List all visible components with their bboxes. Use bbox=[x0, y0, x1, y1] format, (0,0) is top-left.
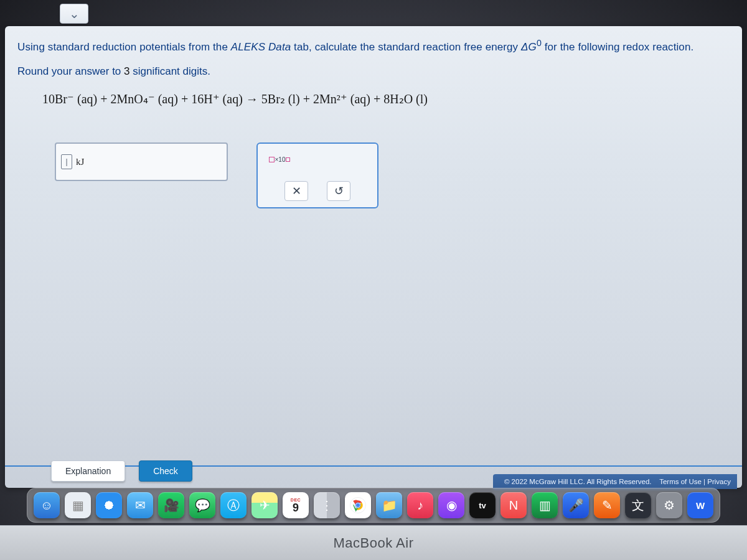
chevron-down-icon: ⌄ bbox=[69, 6, 80, 21]
chrome-icon[interactable] bbox=[345, 492, 371, 518]
sigfig-instruction: Round your answer to 3 significant digit… bbox=[17, 65, 730, 78]
tv-label: tv bbox=[479, 501, 486, 510]
question-card: Using standard reduction potentials from… bbox=[5, 26, 742, 488]
maps-icon[interactable]: ✈ bbox=[251, 492, 278, 518]
explanation-label: Explanation bbox=[65, 466, 111, 476]
prompt-part: Using standard reduction potentials from… bbox=[17, 41, 231, 53]
safari-icon[interactable]: ✦ bbox=[96, 492, 122, 518]
undo-icon: ↺ bbox=[334, 184, 344, 198]
question-nav-dropdown[interactable]: ⌄ bbox=[60, 4, 88, 24]
mail-icon[interactable]: ✉ bbox=[127, 492, 153, 518]
delta-g-superscript: 0 bbox=[537, 38, 542, 48]
equation-text: 10Br⁻ (aq) + 2MnO₄⁻ (aq) + 16H⁺ (aq) → 5… bbox=[42, 92, 428, 106]
finder-icon[interactable]: ☺ bbox=[34, 492, 60, 518]
footer-legal: © 2022 McGraw Hill LLC. All Rights Reser… bbox=[493, 474, 737, 489]
check-button[interactable]: Check bbox=[139, 460, 192, 482]
reset-button[interactable]: ↺ bbox=[327, 181, 350, 201]
unit-label: kJ bbox=[76, 157, 84, 167]
delta-g-symbol: ΔG bbox=[521, 41, 537, 53]
sci-notation-button[interactable]: ×10 bbox=[265, 150, 294, 169]
control-center-icon[interactable]: ⋮ bbox=[314, 492, 340, 518]
privacy-link[interactable]: Privacy bbox=[707, 478, 731, 485]
prompt-part: tab, calculate the standard reaction fre… bbox=[294, 41, 521, 53]
app-store-icon[interactable]: Ⓐ bbox=[220, 492, 247, 518]
calendar-day: 9 bbox=[293, 502, 299, 513]
numbers-icon[interactable]: ▥ bbox=[532, 492, 558, 518]
laptop-bezel: MacBook Air bbox=[0, 525, 747, 560]
check-label: Check bbox=[153, 466, 178, 476]
prompt-emph: ALEKS Data bbox=[231, 41, 291, 53]
reaction-equation: 10Br⁻ (aq) + 2MnO₄⁻ (aq) + 16H⁺ (aq) → 5… bbox=[42, 91, 730, 106]
clear-button[interactable]: ✕ bbox=[284, 181, 308, 201]
translate-icon[interactable]: 文 bbox=[625, 492, 651, 518]
word-icon[interactable]: W bbox=[687, 492, 713, 518]
news-icon[interactable]: N bbox=[500, 492, 527, 518]
close-icon: ✕ bbox=[292, 184, 301, 198]
x10-label: ×10 bbox=[275, 156, 286, 163]
exponent-box-icon bbox=[286, 157, 290, 162]
podcasts-icon[interactable]: ◉ bbox=[438, 492, 464, 518]
downloads-folder-icon[interactable]: 📁 bbox=[376, 492, 402, 518]
music-icon[interactable]: ♪ bbox=[407, 492, 433, 518]
system-prefs-icon[interactable]: ⚙ bbox=[656, 492, 682, 518]
sigfig-part: significant digits. bbox=[133, 65, 210, 77]
terms-link[interactable]: Terms of Use bbox=[659, 478, 702, 485]
mantissa-box-icon bbox=[269, 157, 275, 162]
launchpad-icon[interactable]: ▦ bbox=[65, 492, 91, 518]
apple-tv-icon[interactable]: tv bbox=[469, 492, 496, 518]
chrome-svg-icon bbox=[349, 497, 367, 514]
dock-tray: ☺ ▦ ✦ ✉ 🎥 💬 Ⓐ ✈ DEC 9 ⋮ 📁 ♪ ◉ bbox=[27, 488, 720, 523]
macos-dock: ☺ ▦ ✦ ✉ 🎥 💬 Ⓐ ✈ DEC 9 ⋮ 📁 ♪ ◉ bbox=[0, 488, 747, 523]
answer-input-box[interactable]: kJ bbox=[55, 142, 228, 181]
question-prompt: Using standard reduction potentials from… bbox=[17, 37, 730, 54]
prompt-part: for the following redox reaction. bbox=[545, 41, 694, 53]
math-tool-panel: ×10 ✕ ↺ bbox=[256, 142, 378, 208]
keynote-icon[interactable]: 🎤 bbox=[563, 492, 589, 518]
bezel-label: MacBook Air bbox=[334, 535, 414, 551]
facetime-icon[interactable]: 🎥 bbox=[158, 492, 184, 518]
messages-icon[interactable]: 💬 bbox=[189, 492, 215, 518]
explanation-button[interactable]: Explanation bbox=[51, 460, 125, 482]
svg-point-4 bbox=[356, 503, 360, 507]
sigfig-part: Round your answer to bbox=[17, 65, 124, 77]
answer-input[interactable] bbox=[88, 156, 222, 167]
text-cursor-icon bbox=[61, 154, 72, 169]
copyright-text: © 2022 McGraw Hill LLC. All Rights Reser… bbox=[504, 478, 652, 485]
pages-icon[interactable]: ✎ bbox=[594, 492, 620, 518]
sigfig-count: 3 bbox=[124, 65, 129, 77]
word-label: W bbox=[696, 500, 705, 511]
calendar-icon[interactable]: DEC 9 bbox=[283, 492, 309, 518]
